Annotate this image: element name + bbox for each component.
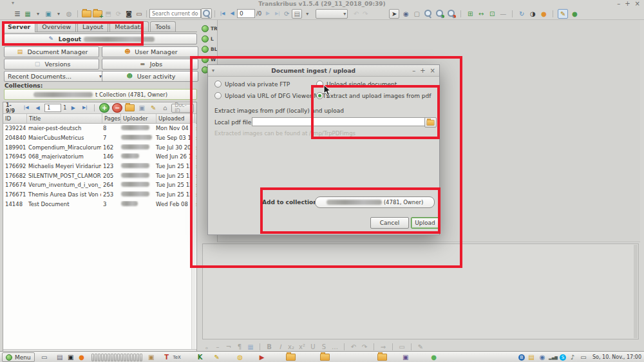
selection-mode-icon[interactable]: ▢ — [412, 10, 421, 18]
window-button[interactable] — [133, 354, 136, 361]
next-page-icon[interactable]: ▶ — [68, 104, 78, 113]
bluetooth-icon[interactable]: B — [518, 354, 525, 361]
fit-height-icon[interactable]: ⊡ — [488, 10, 497, 18]
web-help-icon[interactable]: ● — [570, 10, 579, 18]
reload-icon[interactable]: ⟳ — [114, 10, 123, 18]
redo-tag-icon[interactable]: ↷ — [360, 343, 369, 351]
search-input[interactable] — [149, 9, 201, 18]
first-page-icon[interactable]: |◀ — [21, 104, 31, 113]
tab-server[interactable]: Server — [3, 21, 35, 32]
italic-icon[interactable]: I — [276, 343, 285, 351]
collection-selector[interactable]: t Collection (4781, Owner) — [4, 89, 197, 100]
folder-window-icon[interactable] — [320, 354, 330, 361]
terminal-icon[interactable]: ▣ — [66, 353, 75, 361]
versions-button[interactable]: ▢ Versions — [4, 59, 99, 70]
pagination-page-input[interactable] — [44, 104, 61, 112]
table-scrollbar[interactable] — [191, 123, 196, 350]
layer-toggle-bl[interactable]: BL — [202, 45, 217, 53]
cancel-button[interactable]: Cancel — [370, 217, 409, 229]
zoom-select-icon[interactable] — [423, 9, 433, 18]
player-icon[interactable]: ▶ — [258, 353, 267, 361]
dialog-minimize-button[interactable]: – — [412, 67, 415, 74]
search-go-icon[interactable] — [201, 8, 212, 19]
main-menu-icon[interactable]: ☰ — [13, 10, 22, 18]
window-button[interactable] — [117, 354, 120, 361]
local-pdf-input[interactable] — [252, 117, 426, 126]
textfield-icon[interactable]: ▭ — [397, 343, 406, 351]
window-button[interactable] — [111, 354, 113, 361]
skype-icon[interactable]: S — [560, 354, 566, 361]
window-button[interactable] — [108, 354, 110, 361]
import-document-icon[interactable] — [93, 10, 102, 17]
last-page-icon[interactable]: ▶| — [80, 104, 90, 113]
more-styles-icon[interactable]: … — [330, 343, 339, 351]
gimp-icon[interactable]: ▣ — [401, 353, 410, 361]
tab-layout[interactable]: Layout — [77, 21, 108, 32]
first-page-icon[interactable]: |◀ — [218, 9, 227, 18]
window-button[interactable] — [140, 354, 142, 361]
collection-dropdown[interactable]: (4781, Owner) — [315, 196, 435, 208]
tex-icon[interactable]: TeX — [173, 353, 182, 361]
print-icon[interactable]: ◙ — [124, 10, 133, 18]
export-document-icon[interactable]: ⬒ — [104, 10, 113, 18]
window-button[interactable] — [124, 354, 126, 361]
underline-icon[interactable]: U — [308, 343, 317, 351]
window-button[interactable] — [114, 354, 117, 361]
show-regions-icon[interactable]: ◉ — [401, 10, 410, 18]
image-tag-icon[interactable]: ▦ — [246, 343, 255, 351]
radio-option-mets[interactable]: Upload via URL of DFG Viewer METS — [214, 92, 330, 99]
table-row[interactable]: 239224maier-pest-deutsch8Mon Nov 04 07:4… — [3, 124, 196, 133]
table-row[interactable]: 176674Verum_inventum_d_i_von_den_hochnüt… — [3, 180, 196, 190]
save-icon[interactable]: ▤ — [292, 9, 302, 19]
table-header[interactable]: ID Title Pages Uploader Uploaded Colle — [3, 114, 196, 124]
radio-option-ftp[interactable]: Upload via private FTP — [214, 81, 290, 88]
invert-colors-icon[interactable]: ◑ — [528, 10, 537, 18]
jobs-button[interactable]: ▬ Jobs — [102, 59, 198, 70]
user-activity-button[interactable]: ☻ User activity — [102, 71, 198, 82]
files-icon[interactable]: ▤ — [55, 353, 64, 361]
table-row[interactable]: 204840MaierCubusMetricus7Tue Sep 03 16:5… — [3, 133, 196, 143]
tray-icon[interactable]: ▭ — [135, 10, 144, 18]
redo-icon[interactable]: ↷ — [361, 10, 370, 18]
gap-tag-icon[interactable]: ¬ — [224, 343, 233, 351]
bold-icon[interactable]: B — [265, 343, 274, 351]
page-number-input[interactable] — [237, 9, 255, 18]
fit-width-icon[interactable]: ↔ — [477, 10, 486, 18]
texstudio-icon[interactable]: T — [162, 353, 171, 361]
last-page-icon[interactable]: ▶| — [272, 9, 282, 18]
refresh-page-icon[interactable]: ⟳ — [282, 10, 291, 18]
profiles-combobox[interactable]: ▾ — [316, 9, 348, 19]
upload-button[interactable]: Upload — [411, 217, 439, 229]
table-row[interactable]: 189901Compendium_Miraculorum_Das_ist_Ku1… — [3, 142, 196, 152]
tab-metadata[interactable]: Metadata — [109, 21, 149, 32]
table-row[interactable]: 176945068_majerivatorium146Wed Jun 26 10… — [3, 152, 196, 162]
dialog-close-button[interactable]: × — [430, 67, 435, 74]
window-button[interactable] — [120, 354, 123, 361]
dialog-maximize-button[interactable]: + — [420, 67, 425, 74]
profile-dropdown-icon[interactable]: ▾ — [33, 10, 43, 18]
delete-document-icon[interactable]: − — [112, 103, 122, 113]
app-close-button[interactable]: × — [635, 0, 640, 7]
keyboard-icon[interactable]: ▭ — [579, 353, 588, 361]
unclear-tag-icon[interactable]: ₒ — [202, 343, 211, 351]
table-row[interactable]: 176671Themis Aurea Das ist Von den Geset… — [3, 190, 196, 200]
app-minimize-button[interactable]: – — [617, 0, 620, 7]
dash-tag-icon[interactable]: – — [213, 343, 222, 351]
app-maximize-button[interactable]: + — [625, 0, 630, 7]
expand-icon[interactable]: ⇒ — [379, 343, 388, 351]
select-cursor-icon[interactable]: ➤ — [389, 9, 399, 19]
window-button[interactable] — [104, 354, 107, 361]
show-desktop-icon[interactable]: ▭ — [40, 353, 49, 361]
window-button[interactable] — [127, 354, 129, 361]
dialog-titlebar[interactable]: ▾ Document ingest / upload – + × — [208, 65, 439, 77]
subscript-icon[interactable]: x₂ — [287, 343, 296, 351]
focus-icon[interactable]: ● — [539, 10, 548, 18]
update-shield-icon[interactable]: ◉ — [538, 353, 547, 361]
undo-tag-icon[interactable]: ↶ — [349, 343, 358, 351]
window-button[interactable] — [137, 354, 139, 361]
snapshot-dropdown-icon[interactable]: ▾ — [54, 10, 63, 18]
upload-document-icon[interactable] — [125, 104, 135, 111]
display-icon[interactable]: ▤ — [527, 353, 536, 361]
radio-option-pdf[interactable]: Extract and upload images from pdf — [316, 92, 431, 99]
fit-page-icon[interactable]: ⊞ — [466, 10, 475, 18]
